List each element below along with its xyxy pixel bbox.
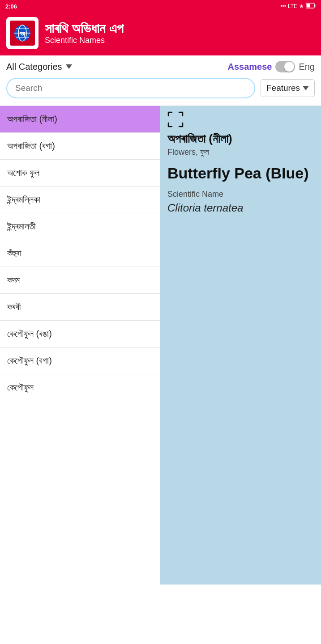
category-dropdown-arrow-icon (66, 64, 72, 69)
main-content: অপৰাজিতা (নীলা)অপৰাজিতা (বগা)অশোক ফুলইন্… (0, 106, 321, 585)
list-item[interactable]: কেপৌফুল (ৰঙা) (0, 321, 160, 347)
language-toggle: Assamese Eng (227, 61, 315, 72)
detail-scientific-label: Scientific Name (167, 190, 314, 199)
features-label: Features (266, 83, 300, 93)
toggle-thumb-icon (284, 62, 294, 72)
list-item[interactable]: কৰবী (0, 294, 160, 321)
status-time: 2:06 (5, 3, 17, 10)
svg-rect-2 (314, 4, 316, 7)
detail-category: Flowers, ফুল (167, 148, 314, 157)
list-item[interactable]: কেপৌফুল (0, 374, 160, 401)
detail-name-assamese: অপৰাজিতা (নীলা) (167, 132, 314, 146)
language-english-label: Eng (299, 62, 315, 72)
list-item[interactable]: অপৰাজিতা (বগা) (0, 133, 160, 160)
svg-text:অ: অ (20, 30, 26, 38)
language-assamese-label: Assamese (227, 62, 272, 72)
language-toggle-switch[interactable] (275, 61, 295, 72)
features-dropdown[interactable]: Features (261, 79, 315, 97)
globe-icon: অ (10, 21, 35, 46)
list-item[interactable]: কেপৌফুল (বগা) (0, 347, 160, 374)
category-dropdown[interactable]: All Categories (6, 62, 72, 72)
list-item[interactable]: ইন্দ্ৰমল্লিকা (0, 186, 160, 213)
battery-icon (306, 3, 316, 10)
detail-scientific-name: Clitoria ternatea (167, 202, 314, 214)
signal-icon: ••• (280, 3, 286, 9)
toolbar: All Categories Assamese Eng Features (0, 55, 321, 106)
expand-icon[interactable] (167, 111, 314, 127)
app-logo: অ (6, 17, 39, 49)
detail-panel: অপৰাজিতা (নীলা) Flowers, ফুল Butterfly P… (160, 106, 321, 585)
app-title-assamese: সাৰথি অভিধান এপ (45, 21, 124, 36)
list-panel: অপৰাজিতা (নীলা)অপৰাজিতা (বগা)অশোক ফুলইন্… (0, 106, 160, 585)
detail-name-english: Butterfly Pea (Blue) (167, 164, 314, 182)
list-item[interactable]: অপৰাজিতা (নীলা) (0, 106, 160, 133)
header-text: সাৰথি অভিধান এপ Scientific Names (45, 21, 124, 45)
features-dropdown-arrow-icon (303, 86, 309, 90)
status-icons: ••• LTE ★ (280, 3, 316, 10)
app-subtitle-english: Scientific Names (45, 36, 124, 45)
lte-icon: LTE (288, 3, 297, 9)
status-bar: 2:06 ••• LTE ★ (0, 0, 321, 13)
bluetooth-icon: ★ (299, 3, 304, 9)
list-item[interactable]: কঁহুৰা (0, 240, 160, 267)
search-input[interactable] (6, 78, 255, 98)
svg-rect-1 (307, 4, 310, 8)
category-label: All Categories (6, 62, 62, 72)
list-item[interactable]: কদম (0, 267, 160, 294)
list-item[interactable]: অশোক ফুল (0, 160, 160, 186)
app-header: অ সাৰথি অভিধান এপ Scientific Names (0, 13, 321, 55)
toolbar-row-2: Features (6, 78, 315, 98)
list-item[interactable]: ইন্দ্ৰমালতী (0, 213, 160, 240)
toolbar-row-1: All Categories Assamese Eng (6, 61, 315, 72)
